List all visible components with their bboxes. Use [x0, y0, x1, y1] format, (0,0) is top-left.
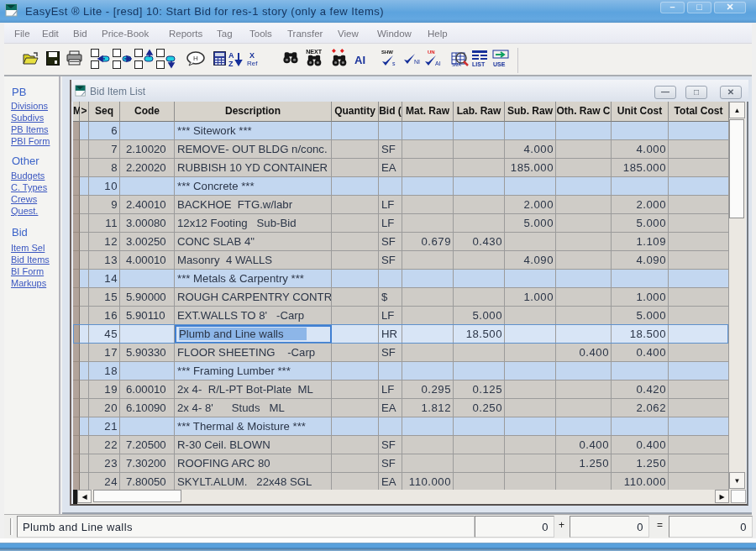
svg-text:USE: USE	[493, 61, 506, 67]
svg-text:H: H	[193, 55, 198, 62]
svg-text:X: X	[249, 51, 255, 60]
svg-text:NEXT: NEXT	[306, 49, 323, 55]
svg-text:SMA: SMA	[452, 62, 462, 67]
svg-text:A: A	[228, 51, 234, 60]
svg-text:UN: UN	[428, 50, 435, 55]
svg-text:s: s	[392, 60, 396, 66]
svg-text:Z: Z	[228, 60, 234, 67]
svg-text:Ref: Ref	[247, 60, 258, 67]
svg-text:AI: AI	[354, 54, 365, 65]
svg-text:SHW: SHW	[381, 50, 393, 55]
svg-text:AI: AI	[435, 60, 441, 66]
svg-text:LIST: LIST	[472, 61, 486, 67]
svg-text:NI: NI	[414, 59, 420, 65]
